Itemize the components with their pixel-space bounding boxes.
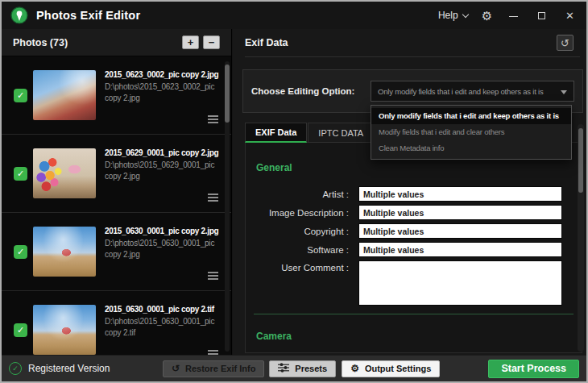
app-logo-icon	[10, 6, 28, 24]
add-photos-button[interactable]: +	[182, 35, 199, 49]
image-description-input[interactable]	[358, 205, 562, 220]
exif-panel-header: Exif Data ↺	[233, 29, 586, 56]
exif-form-area: General Artist : Image Description : Cop…	[245, 142, 582, 353]
photos-sidebar: Photos (73) + − ✓ 2015_0623_0002_pic cop…	[2, 29, 232, 355]
form-scrollbar-thumb[interactable]	[578, 128, 583, 193]
photo-filename: 2015_0629_0001_pic copy 2.jpg	[105, 148, 222, 157]
minimize-button[interactable]	[506, 9, 521, 23]
restore-exif-label: Restore Exif Info	[185, 364, 255, 373]
window-title: Photos Exif Editor	[36, 9, 140, 22]
editing-option-dropdown: Only modify fields that i edit and keep …	[371, 105, 572, 160]
user-comment-textarea[interactable]	[358, 260, 562, 306]
metadata-tabs: EXIF Data IPTC DATA	[245, 123, 375, 143]
photo-checkbox[interactable]: ✓	[14, 323, 27, 337]
dropdown-option-clean-metadata[interactable]: Clean Metadata info	[371, 140, 571, 156]
form-row: User Comment :	[246, 260, 582, 306]
maximize-icon	[538, 12, 545, 19]
editing-option-label: Choose Editing Option:	[251, 86, 366, 96]
output-settings-button[interactable]: ⚙ Output Settings	[342, 360, 440, 377]
photo-list: ✓ 2015_0623_0002_pic copy 2.jpg D:\photo…	[2, 56, 231, 355]
copyright-input[interactable]	[358, 223, 562, 239]
start-process-label: Start Process	[501, 364, 566, 374]
registered-check-icon: ✓	[9, 362, 22, 375]
form-scrollbar[interactable]	[578, 124, 584, 352]
artist-label: Artist :	[246, 189, 358, 199]
sliders-icon	[278, 363, 289, 374]
photo-item-menu-icon[interactable]	[208, 272, 218, 280]
editing-option-value: Only modify fields that i edit and keep …	[378, 87, 544, 96]
photo-meta: 2015_0629_0001_pic copy 2.jpg D:\photos\…	[105, 148, 222, 182]
restore-exif-info-button[interactable]: ↺ Restore Exif Info	[163, 360, 264, 377]
form-row: Artist :	[246, 186, 582, 202]
photo-meta: 2015_0630_0001_pic copy 2.jpg D:\photos\…	[105, 227, 222, 260]
chevron-down-icon	[462, 10, 468, 17]
restore-history-icon: ↺	[172, 364, 180, 373]
dropdown-option-keep-others[interactable]: Only modify fields that i edit and keep …	[371, 108, 571, 124]
photo-thumbnail[interactable]	[33, 305, 96, 355]
photo-filepath: D:\photos\2015_0630_0001_pic copy 2.tif	[105, 316, 222, 339]
app-window: Photos Exif Editor Help ⚙ ✕ Photos (73) …	[0, 0, 588, 383]
close-button[interactable]: ✕	[562, 9, 578, 23]
photo-item-menu-icon[interactable]	[208, 115, 218, 123]
photo-item-menu-icon[interactable]	[208, 194, 218, 202]
photos-count-title: Photos (73)	[13, 37, 68, 48]
photos-header: Photos (73) + −	[2, 29, 231, 56]
photo-list-item[interactable]: ✓ 2015_0623_0002_pic copy 2.jpg D:\photo…	[2, 56, 231, 135]
photo-thumbnail[interactable]	[33, 148, 96, 198]
presets-button[interactable]: Presets	[269, 360, 336, 377]
photo-checkbox[interactable]: ✓	[14, 167, 27, 181]
form-row: Software :	[246, 242, 582, 257]
photo-filename: 2015_0630_0001_pic copy 2.jpg	[105, 227, 222, 235]
section-divider	[254, 314, 574, 314]
photo-thumbnail[interactable]	[33, 227, 96, 277]
header-divider	[245, 56, 580, 57]
tab-exif-data[interactable]: EXIF Data	[245, 123, 307, 143]
artist-input[interactable]	[358, 186, 562, 202]
output-gear-icon: ⚙	[350, 364, 359, 373]
dropdown-option-clear-others[interactable]: Modify fields that i edit and clear othe…	[371, 124, 571, 140]
photo-filename: 2015_0630_0001_pic copy 2.tif	[105, 305, 222, 314]
tab-iptc-data[interactable]: IPTC DATA	[308, 123, 374, 143]
status-bar: ✓ Registered Version ↺ Restore Exif Info…	[2, 355, 586, 381]
settings-gear-icon[interactable]: ⚙	[482, 10, 492, 22]
photo-meta: 2015_0630_0001_pic copy 2.tif D:\photos\…	[105, 305, 222, 339]
photo-filepath: D:\photos\2015_0623_0002_pic copy 2.jpg	[105, 81, 222, 104]
photo-filename: 2015_0623_0002_pic copy 2.jpg	[105, 70, 222, 79]
section-title-general: General	[256, 162, 582, 173]
software-input[interactable]	[358, 242, 562, 257]
remove-photos-button[interactable]: −	[203, 35, 220, 49]
form-row: Image Description :	[246, 205, 582, 220]
help-menu[interactable]: Help	[438, 10, 468, 21]
copyright-label: Copyright :	[246, 227, 358, 236]
user-comment-label: User Comment :	[246, 260, 358, 273]
photo-filepath: D:\photos\2015_0629_0001_pic copy 2.jpg	[105, 160, 222, 182]
exif-panel-title: Exif Data	[245, 37, 288, 48]
photo-thumbnail[interactable]	[33, 70, 96, 120]
presets-label: Presets	[295, 364, 327, 373]
refresh-button[interactable]: ↺	[557, 35, 574, 51]
software-label: Software :	[246, 245, 358, 255]
form-row: Copyright :	[246, 223, 582, 239]
title-bar: Photos Exif Editor Help ⚙ ✕	[2, 2, 586, 29]
maximize-button[interactable]	[535, 9, 549, 23]
photo-checkbox[interactable]: ✓	[14, 89, 27, 102]
sidebar-scrollbar[interactable]	[225, 61, 230, 352]
registered-status: ✓ Registered Version	[9, 362, 110, 375]
photo-list-item[interactable]: ✓ 2015_0629_0001_pic copy 2.jpg D:\photo…	[2, 135, 231, 213]
titlebar-controls: Help ⚙ ✕	[438, 9, 578, 23]
start-process-button[interactable]: Start Process	[488, 360, 579, 378]
registered-label: Registered Version	[28, 363, 110, 374]
editing-option-select[interactable]: Only modify fields that i edit and keep …	[371, 81, 574, 102]
image-description-label: Image Description :	[246, 208, 358, 218]
photo-meta: 2015_0623_0002_pic copy 2.jpg D:\photos\…	[105, 70, 222, 104]
sidebar-scrollbar-thumb[interactable]	[225, 65, 230, 123]
help-label: Help	[438, 10, 458, 21]
photo-list-item[interactable]: ✓ 2015_0630_0001_pic copy 2.jpg D:\photo…	[2, 213, 231, 291]
section-title-camera: Camera	[256, 331, 582, 342]
photo-list-item[interactable]: ✓ 2015_0630_0001_pic copy 2.tif D:\photo…	[2, 291, 231, 355]
output-settings-label: Output Settings	[365, 364, 432, 373]
select-caret-icon	[561, 90, 567, 94]
exif-data-panel: Exif Data ↺ Choose Editing Option: Only …	[233, 29, 586, 355]
photo-checkbox[interactable]: ✓	[14, 245, 27, 259]
photo-filepath: D:\photos\2015_0630_0001_pic copy 2.jpg	[105, 238, 222, 260]
